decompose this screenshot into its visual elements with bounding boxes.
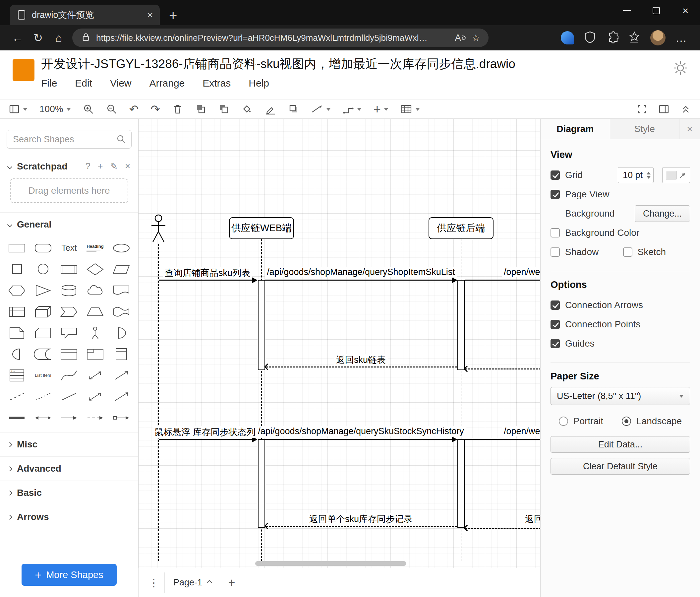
shape-square[interactable] xyxy=(4,259,30,279)
pages-menu-icon[interactable]: ⋮ xyxy=(143,576,165,589)
window-close-button[interactable]: × xyxy=(671,0,700,21)
tab-diagram[interactable]: Diagram xyxy=(541,119,610,139)
connection-points-checkbox[interactable] xyxy=(551,320,560,329)
actor-lifeline[interactable] xyxy=(158,244,159,561)
shape-labeled-arrow[interactable] xyxy=(108,408,134,428)
shape-internal-storage[interactable] xyxy=(4,302,30,321)
shape-rectangle[interactable] xyxy=(4,238,30,258)
favorite-star-icon[interactable]: ☆ xyxy=(472,32,480,44)
shape-circle[interactable] xyxy=(30,259,56,279)
message-arrow[interactable] xyxy=(265,280,457,281)
message-label[interactable]: 返回单个sku库存同步记录 xyxy=(307,513,415,525)
delete-button[interactable] xyxy=(172,103,183,115)
fullscreen-button[interactable] xyxy=(636,103,648,115)
tab-style[interactable]: Style xyxy=(610,119,680,139)
clear-default-style-button[interactable]: Clear Default Style xyxy=(551,458,690,475)
scratchpad-help-icon[interactable]: ? xyxy=(85,161,91,172)
shape-text[interactable]: Text xyxy=(56,238,82,258)
menu-help[interactable]: Help xyxy=(249,78,269,89)
minimize-button[interactable] xyxy=(612,0,642,21)
format-panel-toggle-button[interactable] xyxy=(658,103,670,115)
shape-bidirectional-connector[interactable] xyxy=(82,386,108,406)
message-label[interactable]: /api/goods/shopManage/queryShopItemSkuLi… xyxy=(265,267,457,277)
connection-points-toggle[interactable]: Connection Points xyxy=(551,319,640,330)
shape-note[interactable] xyxy=(4,323,30,342)
maximize-button[interactable] xyxy=(642,0,671,21)
menu-edit[interactable]: Edit xyxy=(75,78,92,89)
table-button[interactable] xyxy=(400,104,420,114)
page-tab[interactable]: Page-1 xyxy=(165,572,220,593)
more-shapes-button[interactable]: + More Shapes xyxy=(22,564,116,586)
menu-file[interactable]: File xyxy=(41,78,57,89)
connection-arrows-checkbox[interactable] xyxy=(551,301,560,310)
message-label[interactable]: 查询店铺商品sku列表 xyxy=(163,267,252,279)
backend-activation-bar[interactable] xyxy=(457,280,465,370)
to-front-button[interactable] xyxy=(195,103,206,115)
message-arrow[interactable] xyxy=(265,439,457,440)
shape-line[interactable] xyxy=(56,386,82,406)
edit-data-button[interactable]: Edit Data... xyxy=(551,436,690,453)
theme-toggle-sun-icon[interactable] xyxy=(673,61,688,77)
return-arrow[interactable] xyxy=(465,528,540,529)
shape-triangle[interactable] xyxy=(30,280,56,300)
shape-dashed-line[interactable] xyxy=(4,386,30,406)
web-lifeline-box[interactable]: 供应链WEB端 xyxy=(229,217,294,239)
zoom-in-button[interactable] xyxy=(83,103,94,115)
shape-data-storage[interactable] xyxy=(30,344,56,364)
shape-list[interactable]: List xyxy=(4,365,30,385)
shape-and[interactable] xyxy=(4,344,30,364)
redo-button[interactable]: ↷ xyxy=(150,103,160,115)
section-general[interactable]: General xyxy=(0,212,138,237)
scratchpad-dropzone[interactable]: Drag elements here xyxy=(10,178,128,203)
back-icon[interactable]: ← xyxy=(7,28,28,47)
shape-ellipse[interactable] xyxy=(108,238,134,258)
shape-link[interactable] xyxy=(4,408,30,428)
shape-diamond[interactable] xyxy=(82,259,108,279)
scratchpad-close-icon[interactable]: × xyxy=(125,161,130,172)
message-label[interactable]: 鼠标悬浮 库存同步状态列表 xyxy=(152,426,267,438)
return-arrow[interactable] xyxy=(266,526,457,527)
view-menu-button[interactable] xyxy=(9,103,27,115)
tab-close-icon[interactable]: × xyxy=(147,9,153,20)
undo-button[interactable]: ↶ xyxy=(129,103,139,115)
shape-arrow[interactable] xyxy=(108,365,134,385)
search-input[interactable] xyxy=(7,130,131,149)
shape-cube[interactable] xyxy=(30,302,56,321)
insert-button[interactable]: + xyxy=(374,103,389,115)
section-advanced[interactable]: Advanced xyxy=(0,456,138,481)
message-label[interactable]: 返回sku链表 xyxy=(334,354,388,366)
landscape-radio-circle[interactable] xyxy=(622,416,631,426)
extensions-puzzle-icon[interactable] xyxy=(606,31,619,45)
sketch-toggle[interactable]: Sketch xyxy=(623,247,691,257)
shape-bidirectional-arrow[interactable] xyxy=(82,365,108,385)
favorites-bar-icon[interactable] xyxy=(628,31,640,44)
menu-extras[interactable]: Extras xyxy=(202,78,231,89)
new-tab-button[interactable]: + xyxy=(169,9,177,23)
shadow-toggle[interactable]: Shadow xyxy=(551,247,618,257)
shape-cloud[interactable] xyxy=(82,280,108,300)
portrait-radio[interactable]: Portrait xyxy=(559,416,603,427)
shape-document[interactable] xyxy=(108,280,134,300)
copilot-icon[interactable] xyxy=(561,31,574,44)
collapse-toolbar-button[interactable] xyxy=(680,103,691,115)
return-arrow[interactable] xyxy=(266,366,457,367)
backend-lifeline-box[interactable]: 供应链后端 xyxy=(429,217,494,239)
waypoints-button[interactable] xyxy=(343,104,361,114)
guides-checkbox[interactable] xyxy=(551,339,560,348)
url-text[interactable]: https://file.kkview.cn/onlinePreview?url… xyxy=(96,33,449,43)
shape-parallelogram[interactable] xyxy=(108,259,134,279)
return-arrow[interactable] xyxy=(465,368,540,369)
browser-tab[interactable]: drawio文件预览 × xyxy=(10,5,160,25)
shape-directional-connector[interactable] xyxy=(108,386,134,406)
scratchpad-header[interactable]: Scratchpad ? + ✎ × xyxy=(0,155,138,176)
to-back-button[interactable] xyxy=(219,103,230,115)
shape-list-item[interactable]: List Item xyxy=(30,365,56,385)
browser-menu-icon[interactable]: … xyxy=(675,31,688,44)
shape-dashed-connector[interactable] xyxy=(82,408,108,428)
shadow-button[interactable] xyxy=(288,103,299,115)
message-arrow[interactable] xyxy=(465,280,540,281)
message-label[interactable]: /open/webapi/ xyxy=(502,267,540,277)
grid-toggle[interactable]: Grid xyxy=(551,170,583,181)
scratchpad-edit-icon[interactable]: ✎ xyxy=(110,161,118,172)
message-arrow[interactable] xyxy=(159,439,257,440)
